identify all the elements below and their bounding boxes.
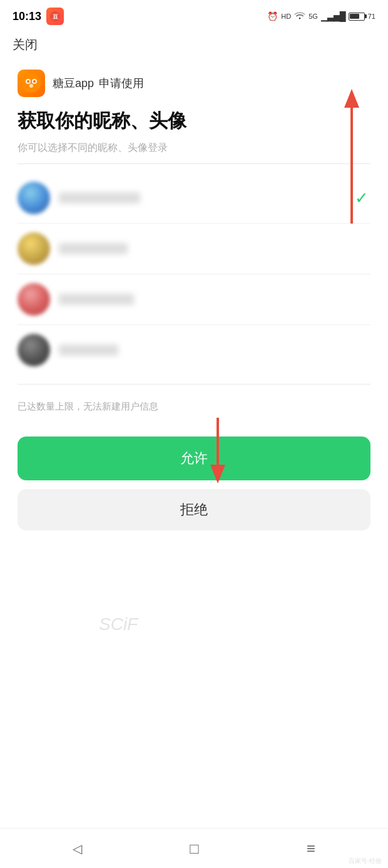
user-item-4[interactable] bbox=[18, 325, 370, 375]
svg-text:豆: 豆 bbox=[53, 14, 58, 20]
battery-level: 71 bbox=[368, 13, 375, 20]
svg-point-6 bbox=[27, 80, 29, 83]
svg-point-7 bbox=[33, 80, 36, 83]
watermark: SCiF bbox=[99, 614, 138, 634]
main-content: 糖豆app 申请使用 获取你的昵称、头像 你可以选择不同的昵称、头像登录 ✓ bbox=[0, 63, 388, 430]
check-icon-1: ✓ bbox=[353, 189, 370, 207]
user-item-2[interactable] bbox=[18, 224, 370, 274]
user-item-1[interactable]: ✓ bbox=[18, 173, 370, 224]
clock-icon: ⏰ bbox=[267, 11, 278, 21]
nav-watermark: 百家号·经验 bbox=[349, 857, 382, 865]
divider-bottom bbox=[18, 384, 370, 385]
user-avatar-3 bbox=[18, 283, 50, 316]
status-right-icons: ⏰ HD 5G ▁▃▅█ 71 bbox=[267, 11, 375, 22]
nav-home-button[interactable]: □ bbox=[190, 840, 199, 857]
status-bar: 10:13 豆 ⏰ HD 5G ▁▃▅█ 71 bbox=[0, 0, 388, 30]
close-button[interactable]: 关闭 bbox=[13, 38, 38, 51]
warning-text: 已达数量上限，无法新建用户信息 bbox=[18, 393, 370, 418]
app-name: 糖豆app bbox=[53, 76, 94, 91]
notification-icon: 豆 bbox=[46, 8, 64, 25]
buttons-area: 允许 拒绝 bbox=[0, 430, 388, 543]
nav-bar: ◁ □ ≡ 百家号·经验 bbox=[0, 828, 388, 868]
user-name-area-4 bbox=[50, 344, 370, 356]
close-bar: 关闭 bbox=[0, 30, 388, 63]
nav-menu-button[interactable]: ≡ bbox=[307, 840, 315, 857]
deny-button[interactable]: 拒绝 bbox=[18, 489, 370, 530]
5g-badge: 5G bbox=[309, 13, 318, 20]
nav-back-button[interactable]: ◁ bbox=[73, 841, 82, 856]
divider-top bbox=[18, 163, 370, 164]
app-header: 糖豆app 申请使用 bbox=[18, 70, 370, 97]
user-name-area-2 bbox=[50, 243, 370, 254]
permission-title: 获取你的昵称、头像 bbox=[18, 108, 370, 133]
user-list: ✓ bbox=[18, 173, 370, 375]
bottom-spacer bbox=[0, 543, 388, 593]
app-request-text: 申请使用 bbox=[99, 76, 144, 91]
permission-subtitle: 你可以选择不同的昵称、头像登录 bbox=[18, 142, 370, 155]
user-item-3[interactable] bbox=[18, 274, 370, 325]
user-avatar-1 bbox=[18, 182, 50, 214]
user-list-container: ✓ bbox=[18, 173, 370, 375]
app-icon bbox=[18, 70, 45, 97]
wifi-icon bbox=[294, 11, 305, 22]
user-name-area-1 bbox=[50, 192, 353, 204]
battery-icon bbox=[349, 13, 365, 21]
allow-button[interactable]: 允许 bbox=[18, 437, 370, 480]
svg-point-2 bbox=[22, 74, 41, 93]
hd-badge: HD bbox=[281, 13, 291, 20]
user-avatar-2 bbox=[18, 232, 50, 265]
user-name-area-3 bbox=[50, 294, 370, 305]
user-avatar-4 bbox=[18, 334, 50, 366]
signal-icon: ▁▃▅█ bbox=[321, 11, 345, 21]
status-time: 10:13 bbox=[13, 10, 41, 23]
app-info: 糖豆app 申请使用 bbox=[53, 76, 144, 91]
svg-point-5 bbox=[29, 84, 33, 88]
